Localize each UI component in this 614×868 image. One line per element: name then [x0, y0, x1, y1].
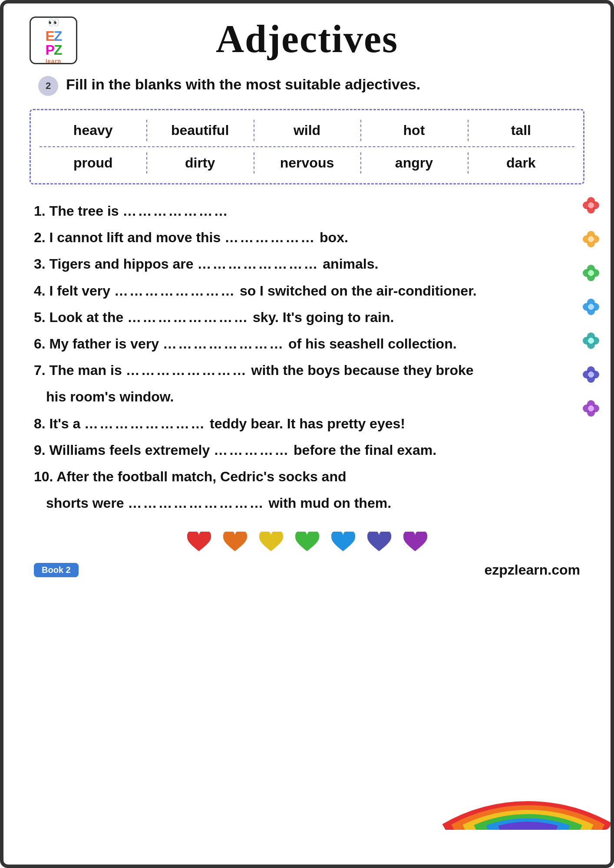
- rainbow-decoration: [428, 691, 611, 830]
- book-badge: Book 2: [34, 563, 79, 577]
- word-cell-proud: proud: [40, 152, 146, 174]
- logo-ez: EZ: [46, 29, 62, 43]
- heart-blue-icon: [331, 532, 355, 553]
- flowers-decoration: [580, 194, 602, 419]
- question-10-cont: shorts were ……………………… with mud on them.: [46, 492, 580, 514]
- word-cell-angry: angry: [360, 152, 467, 174]
- svg-point-9: [588, 236, 594, 242]
- word-cell-hot: hot: [360, 120, 467, 141]
- svg-point-24: [588, 338, 594, 344]
- page: 👀 EZ PZ learn Adjectives 2 Fill in the b…: [0, 0, 614, 868]
- heart-indigo-icon: [367, 532, 391, 553]
- svg-point-14: [588, 270, 594, 276]
- flower-teal-icon: [580, 330, 602, 352]
- word-cell-heavy: heavy: [40, 120, 146, 141]
- question-9: 9. Williams feels extremely …………… before…: [34, 439, 580, 461]
- svg-point-19: [588, 304, 594, 310]
- question-7-cont: his room's window.: [46, 386, 580, 408]
- flower-red-icon: [580, 194, 602, 216]
- flower-indigo-icon: [580, 364, 602, 385]
- page-title: Adjectives: [216, 16, 398, 61]
- heart-orange-icon: [223, 532, 247, 553]
- flower-green-icon: [580, 262, 602, 284]
- footer: Book 2 ezpzlearn.com: [30, 562, 584, 578]
- svg-point-34: [588, 405, 594, 411]
- word-cell-dark: dark: [468, 152, 574, 174]
- heart-red-icon: [187, 532, 211, 553]
- question-10: 10. After the football match, Cedric's s…: [34, 466, 580, 488]
- flower-orange-icon: [580, 228, 602, 250]
- question-number: 2: [38, 76, 58, 96]
- word-cell-nervous: nervous: [254, 152, 360, 174]
- logo: 👀 EZ PZ learn: [30, 16, 77, 64]
- question-3: 3. Tigers and hippos are …………………… animal…: [34, 253, 580, 275]
- flower-blue-icon: [580, 296, 602, 318]
- logo-learn-text: learn: [46, 58, 61, 64]
- question-6: 6. My father is very …………………… of his sea…: [34, 333, 580, 355]
- question-header: 2 Fill in the blanks with the most suita…: [38, 74, 584, 96]
- svg-point-4: [588, 202, 594, 208]
- header: 👀 EZ PZ learn Adjectives: [30, 16, 584, 61]
- word-cell-dirty: dirty: [146, 152, 253, 174]
- heart-green-icon: [295, 532, 319, 553]
- word-bank-row-1: heavy beautiful wild hot tall: [40, 115, 574, 147]
- logo-pz: PZ: [46, 43, 62, 57]
- heart-yellow-icon: [259, 532, 283, 553]
- flower-purple-icon: [580, 398, 602, 419]
- question-7: 7. The man is …………………… with the boys bec…: [34, 359, 580, 381]
- question-4: 4. I felt very …………………… so I switched on…: [34, 280, 580, 302]
- logo-eyes: 👀: [48, 17, 59, 28]
- heart-purple-icon: [403, 532, 427, 553]
- word-bank-row-2: proud dirty nervous angry dark: [40, 147, 574, 179]
- question-instruction: Fill in the blanks with the most suitabl…: [66, 74, 420, 95]
- rainbow-svg: [428, 691, 611, 830]
- question-5: 5. Look at the …………………… sky. It's going …: [34, 306, 580, 329]
- question-1: 1. The tree is …………………: [34, 200, 580, 222]
- word-cell-tall: tall: [468, 120, 574, 141]
- question-2: 2. I cannot lift and move this ……………… bo…: [34, 227, 580, 249]
- questions-list: 1. The tree is ………………… 2. I cannot lift …: [34, 200, 580, 514]
- word-cell-beautiful: beautiful: [146, 120, 253, 141]
- svg-point-29: [588, 372, 594, 378]
- website-url: ezpzlearn.com: [484, 562, 580, 578]
- word-cell-wild: wild: [254, 120, 360, 141]
- question-8: 8. It's a …………………… teddy bear. It has pr…: [34, 413, 580, 435]
- hearts-row: [30, 527, 584, 553]
- word-bank: heavy beautiful wild hot tall proud dirt…: [30, 109, 584, 184]
